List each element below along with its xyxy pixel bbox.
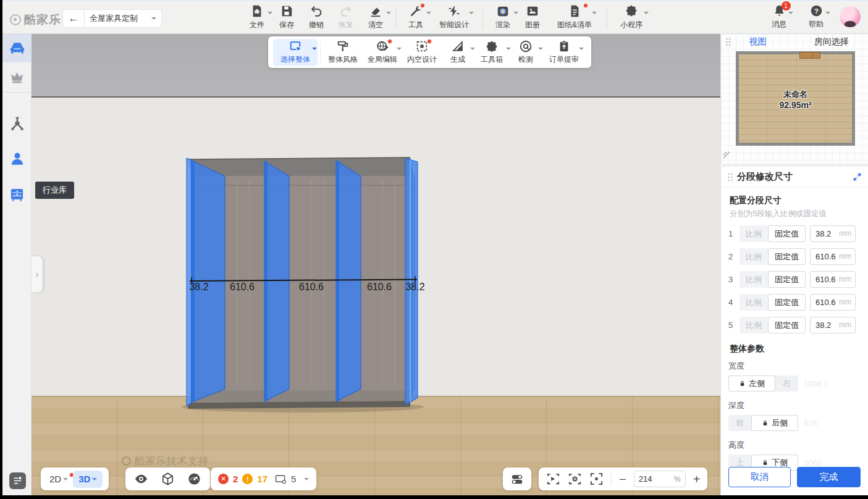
smart-design-button[interactable]: 智能设计 <box>431 4 478 33</box>
mode-segmented-control: 比例 固定值 <box>739 225 806 242</box>
fixed-option[interactable]: 固定值 <box>768 294 806 311</box>
sidebar-item-enterprise-library[interactable] <box>2 62 32 91</box>
sidebar-item-public-library[interactable] <box>2 34 32 62</box>
tab-view[interactable]: 视图 <box>721 34 794 50</box>
anchor-right-option[interactable]: 右 <box>775 375 798 392</box>
cabinet-divider-panel-2[interactable] <box>264 161 289 401</box>
expand-panel-icon[interactable] <box>853 172 862 182</box>
chevron-down-icon <box>397 48 402 52</box>
lock-icon <box>762 459 769 466</box>
zoom-in-button[interactable]: + <box>693 473 701 485</box>
unit-label: mm <box>839 275 851 283</box>
view-settings-button[interactable] <box>568 472 582 486</box>
chevron-right-icon: › <box>36 269 39 279</box>
focus-center-button[interactable] <box>589 472 604 486</box>
interior-design-button[interactable]: 内空设计 <box>402 39 442 66</box>
sidebar-item-my-models[interactable] <box>2 110 32 138</box>
tab-room-select[interactable]: 房间选择 <box>794 34 868 50</box>
drag-handle-icon[interactable] <box>727 173 733 182</box>
row-index: 2 <box>728 252 736 261</box>
album-button[interactable]: 图册 <box>518 4 547 33</box>
generate-button[interactable]: 生成 <box>442 39 474 66</box>
error-icon: ✕ <box>218 474 229 484</box>
project-selector-label: 全屋家具定制 <box>90 13 138 24</box>
redo-button[interactable]: 恢复 <box>331 4 361 33</box>
room-area: 92.95m² <box>739 100 852 110</box>
sidebar-item-designer[interactable] <box>2 145 32 173</box>
layout-panel-button[interactable] <box>9 472 26 489</box>
ribbon-toolbar: 选择整体 整体风格 全局编辑 内空设计 生成 <box>268 36 591 68</box>
clear-button[interactable]: 清空 <box>361 4 390 33</box>
sidebar-item-industry-library[interactable] <box>2 180 32 209</box>
mode-2d-button[interactable]: 2D <box>47 474 70 484</box>
view-issue-count: 5 <box>291 474 296 484</box>
fixed-option[interactable]: 固定值 <box>768 317 806 333</box>
left-sidebar <box>2 34 32 495</box>
ribbon-divider <box>320 42 321 63</box>
anchor-front-option[interactable]: 前 <box>728 415 751 431</box>
drag-handle-icon[interactable] <box>725 38 731 46</box>
user-avatar[interactable] <box>840 6 861 27</box>
issues-pill[interactable]: ✕ 2 ! 17 5 <box>211 468 316 490</box>
cabinet-icon <box>9 187 25 203</box>
viewport-3d[interactable]: 38.2 610.6 610.6 610.6 38.2 酷家乐技术支持 选择整体… <box>32 34 720 495</box>
zoom-level-input[interactable] <box>639 474 664 484</box>
segment-dimension-5: 38.2 <box>405 282 424 293</box>
chevron-down-icon <box>592 12 597 17</box>
segment-dimension-4: 610.6 <box>367 282 392 293</box>
ratio-option[interactable]: 比例 <box>739 248 768 265</box>
floorplan-door <box>799 52 820 59</box>
view-frame-button[interactable] <box>546 472 560 486</box>
segment-dimension-3: 610.6 <box>299 282 324 293</box>
ratio-option[interactable]: 比例 <box>739 317 768 333</box>
confirm-button[interactable]: 完成 <box>797 467 861 487</box>
project-selector-dropdown[interactable]: 全屋家具定制 <box>85 9 162 28</box>
row-index: 4 <box>728 298 736 307</box>
order-submit-button[interactable]: 订单提审 <box>542 39 586 66</box>
paint-roller-icon <box>336 40 350 53</box>
anchor-left-option[interactable]: 左侧 <box>728 375 775 392</box>
ratio-option[interactable]: 比例 <box>739 271 768 288</box>
crown-icon <box>9 69 25 85</box>
help-button[interactable]: ? 帮助 <box>803 4 830 33</box>
undo-button[interactable]: 撤销 <box>301 4 331 33</box>
cabinet-divider-panel-3[interactable] <box>336 161 361 401</box>
monitor-icon <box>274 473 287 485</box>
mini-program-button[interactable]: 小程序 <box>612 4 651 33</box>
performance-gauge-button[interactable] <box>187 472 201 486</box>
toolbox-button[interactable]: 工具箱 <box>474 39 510 66</box>
tools-button[interactable]: 工具 <box>401 4 431 33</box>
back-button[interactable]: ← <box>62 9 85 28</box>
save-button[interactable]: 保存 <box>272 4 301 33</box>
resize-handle-icon[interactable] <box>723 151 730 159</box>
messages-button[interactable]: 1 消息 <box>765 4 793 33</box>
cancel-button[interactable]: 取消 <box>728 467 791 487</box>
fixed-option[interactable]: 固定值 <box>768 271 806 288</box>
overall-style-button[interactable]: 整体风格 <box>323 39 363 66</box>
anchor-back-option[interactable]: 后侧 <box>751 415 798 431</box>
cube-view-button[interactable] <box>161 472 175 486</box>
visibility-eye-button[interactable] <box>134 472 148 486</box>
ratio-option[interactable]: 比例 <box>739 294 768 311</box>
detect-button[interactable]: 检测 <box>510 39 542 66</box>
render-button[interactable]: 渲染 <box>488 4 518 33</box>
floorplan-minimap[interactable]: 未命名 92.95m² <box>736 51 855 146</box>
warning-icon: ! <box>242 474 253 484</box>
select-whole-button[interactable]: 选择整体 <box>273 39 318 66</box>
cabinet-top-panel <box>188 157 414 175</box>
detect-at-icon <box>519 40 533 53</box>
file-button[interactable]: 文件 <box>242 4 272 33</box>
global-edit-button[interactable]: 全局编辑 <box>363 39 402 66</box>
set-square-icon <box>451 40 465 53</box>
panel-expander-button[interactable]: › <box>32 256 43 292</box>
settings-toggle-pill[interactable] <box>503 468 531 490</box>
fixed-option[interactable]: 固定值 <box>768 225 806 242</box>
ratio-option[interactable]: 比例 <box>739 225 768 242</box>
drawings-list-button[interactable]: 图纸&清单 <box>547 4 602 33</box>
fixed-option[interactable]: 固定值 <box>768 248 806 265</box>
depth-anchor-control: 前 后侧 <box>728 415 798 431</box>
camera-zoom-pill: − % + <box>539 468 707 490</box>
mode-3d-button[interactable]: 3D <box>73 471 103 488</box>
zoom-out-button[interactable]: − <box>619 473 626 485</box>
cabinet-3d[interactable] <box>32 34 720 495</box>
